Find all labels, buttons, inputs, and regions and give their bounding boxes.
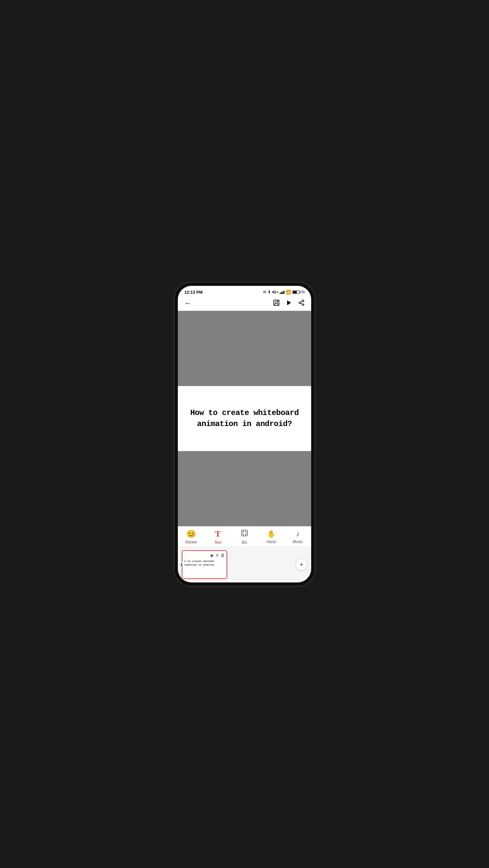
- hand-label: Hand: [267, 539, 276, 544]
- gray-area-top: [178, 311, 311, 386]
- signal-bars: [280, 290, 285, 294]
- phone-screen: 12:13 PM ✉ ⬆ 4G+ 📶 70 ←: [178, 286, 311, 583]
- slide-main-text: How to create whiteboard animation in an…: [184, 407, 305, 429]
- status-time: 12:13 PM: [184, 290, 202, 294]
- svg-rect-0: [274, 300, 279, 305]
- thumb-delete-icon[interactable]: 🗑: [221, 553, 225, 558]
- text-icon: T: [215, 529, 221, 539]
- toolbar-sticker[interactable]: 😊 Sticker: [178, 529, 204, 545]
- thumb-duplicate-icon[interactable]: ⧉: [216, 553, 219, 557]
- nav-right: [273, 299, 305, 308]
- toolbar-text[interactable]: T Text: [204, 529, 231, 545]
- text-label: Text: [214, 540, 221, 545]
- svg-line-5: [300, 303, 302, 304]
- svg-rect-7: [241, 530, 248, 536]
- back-button[interactable]: ←: [184, 299, 192, 308]
- nav-bar: ←: [178, 297, 311, 311]
- status-bar: 12:13 PM ✉ ⬆ 4G+ 📶 70: [178, 286, 311, 297]
- slide-thumbnail-1[interactable]: 1 ▶ ⧉ 🗑 v to create whitebo nimation in …: [182, 550, 227, 579]
- slide-number-1: 1: [180, 562, 183, 567]
- bg-label: BG: [241, 540, 247, 545]
- music-label: Music: [293, 539, 303, 544]
- bg-icon: [240, 529, 249, 539]
- nav-left: ←: [184, 299, 192, 308]
- wifi-icon: 📶: [286, 290, 291, 294]
- gray-area-bottom: [178, 451, 311, 526]
- signal-bar-3: [282, 291, 283, 294]
- battery-fill: [293, 291, 297, 293]
- status-icons: ✉ ⬆ 4G+ 📶 70: [263, 290, 305, 294]
- bottom-toolbar: 😊 Sticker T Text BG: [178, 526, 311, 547]
- music-icon: ♪: [296, 530, 300, 538]
- slide-thumb-text: v to create whitebo nimation in android: [184, 559, 214, 566]
- toolbar-hand[interactable]: ✋ Hand: [258, 530, 285, 544]
- svg-marker-1: [287, 300, 291, 305]
- sim-icon: 4G+: [272, 290, 278, 294]
- phone-frame: 12:13 PM ✉ ⬆ 4G+ 📶 70 ←: [174, 283, 315, 586]
- battery-icon: [292, 290, 299, 294]
- upload-icon: ⬆: [268, 290, 271, 294]
- message-icon: ✉: [263, 290, 266, 294]
- sticker-icon: 😊: [186, 529, 196, 538]
- play-button[interactable]: [286, 300, 292, 308]
- slide-strip: 1 ▶ ⧉ 🗑 v to create whitebo nimation in …: [178, 547, 311, 583]
- share-button[interactable]: [298, 300, 305, 308]
- signal-bar-4: [284, 291, 285, 294]
- slide-thumb-controls: ▶ ⧉ 🗑: [211, 553, 225, 558]
- thumb-play-icon[interactable]: ▶: [211, 553, 214, 558]
- toolbar-music[interactable]: ♪ Music: [285, 530, 311, 544]
- signal-bar-1: [280, 293, 281, 294]
- hand-icon: ✋: [267, 530, 276, 538]
- slide-canvas[interactable]: How to create whiteboard animation in an…: [178, 386, 311, 451]
- signal-bar-2: [281, 292, 282, 294]
- main-content: How to create whiteboard animation in an…: [178, 311, 311, 526]
- toolbar-bg[interactable]: BG: [231, 529, 258, 545]
- sticker-label: Sticker: [185, 540, 197, 545]
- add-slide-button[interactable]: +: [296, 559, 307, 570]
- save-button[interactable]: [273, 299, 280, 308]
- svg-line-6: [300, 301, 302, 302]
- battery-percent: 70: [301, 290, 305, 294]
